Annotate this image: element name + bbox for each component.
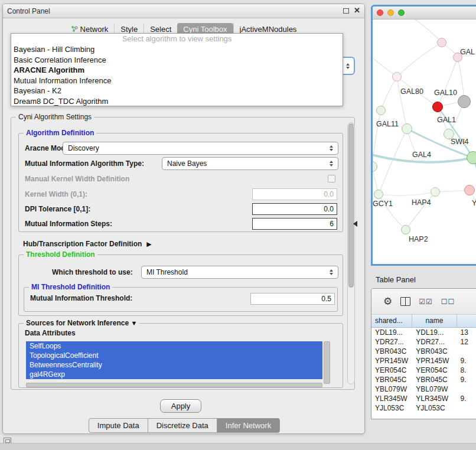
restore-window-icon[interactable] xyxy=(343,8,349,14)
settings-scrollbar-thumb[interactable] xyxy=(348,123,354,288)
tab-infer-network[interactable]: Infer Network xyxy=(217,418,280,433)
collapsed-arrow-icon[interactable]: ▶ xyxy=(146,240,151,248)
table-cell: YER054C xyxy=(371,366,412,375)
cyni-algorithm-settings-group: Cyni Algorithm Settings Algorithm Defini… xyxy=(11,117,355,390)
table-row[interactable]: YLR345WYLR345W9. xyxy=(371,394,476,403)
table-row[interactable]: YDL19...YDL19...13 xyxy=(371,328,476,337)
sources-group-title[interactable]: Sources for Network Inference ▼ xyxy=(24,319,139,327)
data-attribute-item[interactable]: TopologicalCoefficient xyxy=(26,351,322,360)
select-checked-icon[interactable]: ☑☑ xyxy=(419,298,433,306)
table-header-row: shared... name xyxy=(371,315,476,328)
table-row[interactable]: YBR043CYBR043C xyxy=(371,347,476,356)
mi-type-combobox[interactable]: Naive Bayes xyxy=(162,157,338,170)
attributes-vertical-scrollbar[interactable] xyxy=(324,341,330,384)
table-toolbar: ⚙ ☑☑ ☐☐ xyxy=(371,289,476,315)
expanded-arrow-icon[interactable]: ▼ xyxy=(131,319,137,327)
tab-label: jActiveMNodules xyxy=(240,25,297,34)
table-cell: YDL19... xyxy=(412,328,457,337)
aracne-mode-combobox[interactable]: Discovery xyxy=(63,142,338,155)
data-attribute-item[interactable]: SelfLoops xyxy=(26,341,322,351)
network-window-titlebar[interactable] xyxy=(373,6,476,19)
network-node[interactable] xyxy=(401,225,410,234)
algorithm-option[interactable]: Dream8 DC_TDC Algorithm xyxy=(11,96,343,107)
mi-threshold-definition-group: MI Threshold Definition Mutual Informati… xyxy=(24,287,338,312)
table-cell: YPR145W xyxy=(371,356,412,366)
zoom-button[interactable] xyxy=(398,9,405,16)
table-cell: YJL053C xyxy=(371,403,412,413)
data-attributes-list: SelfLoopsTopologicalCoefficientBetweenne… xyxy=(26,341,322,379)
combo-stepper-icon xyxy=(346,63,350,69)
select-unchecked-icon[interactable]: ☐☐ xyxy=(441,298,455,306)
table-row[interactable]: YER054CYER054C8. xyxy=(371,366,476,375)
which-threshold-value: MI Threshold xyxy=(146,268,188,276)
network-node[interactable] xyxy=(431,187,440,197)
table-cell: 8. xyxy=(457,366,476,375)
settings-scrollbar[interactable] xyxy=(347,122,355,384)
table-cell: YPR145W xyxy=(412,356,457,366)
mi-threshold-field[interactable]: 0.5 xyxy=(250,293,335,305)
manual-kernel-checkbox[interactable] xyxy=(328,175,335,182)
hub-transcription-section[interactable]: Hub/Transcription Factor Definition ▶ xyxy=(23,239,152,249)
network-node[interactable] xyxy=(374,190,383,199)
which-threshold-combobox[interactable]: MI Threshold xyxy=(141,266,338,279)
mi-steps-field[interactable]: 6 xyxy=(252,218,337,230)
network-node[interactable] xyxy=(432,102,443,112)
which-threshold-label: Which threshold to use: xyxy=(52,266,133,279)
mi-type-label: Mutual Information Algorithm Type: xyxy=(25,157,144,170)
table-row[interactable]: YBL079WYBL079W xyxy=(371,384,476,394)
panel-collapse-arrow-icon[interactable] xyxy=(353,221,357,227)
sources-group: Sources for Network Inference ▼ Data Att… xyxy=(18,323,343,388)
table-cell: YBR045C xyxy=(371,375,412,384)
close-button[interactable] xyxy=(377,9,383,16)
bottom-tab-bar: Impute Data Discretize Data Infer Networ… xyxy=(3,418,366,433)
data-attributes-label: Data Attributes xyxy=(25,328,76,338)
network-node[interactable] xyxy=(467,151,476,164)
kernel-width-label: Kernel Width (0,1): xyxy=(25,188,87,201)
dpi-tolerance-field[interactable]: 0.0 xyxy=(252,203,337,215)
network-node[interactable] xyxy=(376,106,386,115)
network-node[interactable] xyxy=(464,185,475,195)
algorithm-option[interactable]: Bayesian - K2 xyxy=(11,86,343,96)
algorithm-definition-group: Algorithm Definition Aracne Mode: Discov… xyxy=(18,133,343,232)
data-attribute-item[interactable]: BetweennessCentrality xyxy=(26,360,322,370)
tab-discretize-data[interactable]: Discretize Data xyxy=(148,418,217,433)
network-view-window: GALGAL80GAL10GAL11GAL1SWI4GAL4GCY1HAP4YH… xyxy=(371,5,476,266)
algorithm-option[interactable]: Bayesian - Hill Climbing xyxy=(11,44,343,55)
gear-icon[interactable]: ⚙ xyxy=(383,296,392,306)
mi-steps-label: Mutual Information Steps: xyxy=(25,217,112,230)
column-header-extra[interactable] xyxy=(457,315,476,327)
desktop: Control Panel ✕ Network Style Select Cyn… xyxy=(0,0,476,450)
data-attribute-item[interactable]: gal4RGexp xyxy=(26,370,322,379)
columns-icon[interactable] xyxy=(400,297,410,306)
minimize-button[interactable] xyxy=(387,9,394,16)
algorithm-option[interactable]: Basic Correlation Inference xyxy=(11,55,343,66)
table-row[interactable]: YPR145WYPR145W9. xyxy=(371,356,476,366)
table-row[interactable]: YDR27...YDR27...12 xyxy=(371,337,476,347)
apply-button[interactable]: Apply xyxy=(160,399,201,413)
network-node-label: Y xyxy=(472,199,476,207)
table-cell xyxy=(457,347,476,356)
network-node-label: GAL10 xyxy=(434,89,457,97)
aracne-mode-value: Discovery xyxy=(68,144,99,152)
network-node[interactable] xyxy=(437,38,446,47)
manual-kernel-label: Manual Kernel Width Definition xyxy=(25,172,129,185)
control-panel-titlebar[interactable]: Control Panel ✕ xyxy=(3,4,364,18)
table-row[interactable]: YBR045CYBR045C9. xyxy=(371,375,476,384)
tab-label: Cyni Toolbox xyxy=(183,25,227,34)
network-node-label: GAL11 xyxy=(376,120,399,128)
close-window-icon[interactable]: ✕ xyxy=(354,6,360,15)
tab-impute-data[interactable]: Impute Data xyxy=(89,418,148,433)
combo-stepper-icon xyxy=(330,161,333,167)
network-node[interactable] xyxy=(392,72,402,81)
column-header-name[interactable]: name xyxy=(412,315,457,327)
algorithm-option[interactable]: Mutual Information Inference xyxy=(11,76,343,86)
column-header-shared-name[interactable]: shared... xyxy=(371,315,412,327)
kernel-width-field[interactable]: 0.0 xyxy=(252,188,337,200)
table-row[interactable]: YJL053CYJL053C xyxy=(371,403,476,413)
network-node[interactable] xyxy=(402,123,412,134)
attributes-horizontal-scrollbar[interactable] xyxy=(26,383,322,387)
algorithm-definition-title: Algorithm Definition xyxy=(24,129,96,137)
network-canvas[interactable]: GALGAL80GAL10GAL11GAL1SWI4GAL4GCY1HAP4YH… xyxy=(373,19,476,264)
algorithm-option[interactable]: ARACNE Algorithm xyxy=(11,65,343,76)
network-node[interactable] xyxy=(458,95,471,108)
